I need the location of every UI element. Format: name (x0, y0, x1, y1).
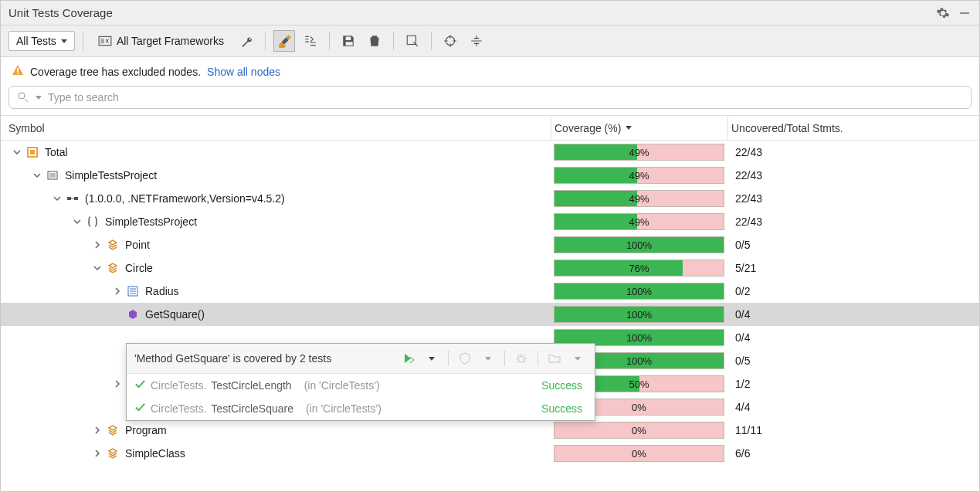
coverage-cell: 49% (551, 164, 727, 187)
search-input[interactable] (48, 91, 963, 103)
tree-row[interactable]: (1.0.0.0, .NETFramework,Version=v4.5.2)4… (1, 187, 979, 210)
wrench-icon[interactable] (236, 30, 257, 52)
target-icon[interactable] (439, 30, 461, 52)
tree-row[interactable]: Point100%0/5 (1, 233, 979, 256)
project-icon (46, 169, 59, 182)
coverage-pct: 0% (632, 402, 646, 413)
chevron-down-icon[interactable] (32, 171, 42, 179)
chevron-right-icon[interactable] (112, 287, 123, 295)
chevron-down-icon (61, 39, 67, 43)
show-all-nodes-link[interactable]: Show all nodes (207, 66, 280, 78)
trash-icon[interactable] (364, 30, 385, 52)
run-icon[interactable] (399, 350, 418, 367)
expand-icon[interactable] (300, 30, 321, 52)
uncovered-cell: 6/6 (727, 447, 979, 460)
search-box[interactable] (8, 86, 972, 109)
minimize-icon[interactable] (958, 6, 972, 20)
window-header: Unit Tests Coverage (1, 1, 979, 25)
svg-rect-11 (49, 173, 56, 178)
toolbar-separator (329, 32, 330, 50)
coverage-cell: 0% (551, 442, 727, 465)
chevron-right-icon[interactable] (92, 241, 103, 249)
frameworks-button[interactable]: All Target Frameworks (91, 31, 231, 51)
popup-title: 'Method GetSquare' is covered by 2 tests (134, 352, 395, 365)
sort-desc-icon (626, 126, 632, 130)
node-label: Program (125, 424, 167, 436)
toolbar-separator (83, 32, 83, 50)
uncovered-cell: 22/43 (727, 146, 979, 158)
class-icon (106, 447, 119, 460)
window-title: Unit Tests Coverage (8, 6, 936, 19)
coverage-pct: 100% (626, 286, 652, 297)
test-status: Success (541, 402, 582, 415)
chevron-right-icon[interactable] (92, 450, 103, 457)
covering-tests-popup: 'Method GetSquare' is covered by 2 tests… (126, 343, 595, 421)
test-location: (in 'CircleTests') (306, 402, 381, 415)
tree-row[interactable]: SimpleClass0%6/6 (1, 442, 979, 465)
tree-row[interactable]: Radius100%0/2 (1, 280, 979, 303)
tree-row[interactable]: SimpleTestsProject49%22/43 (1, 164, 979, 187)
uncovered-cell: 1/2 (727, 378, 979, 390)
test-name: TestCircleSquare (211, 402, 293, 415)
gear-icon[interactable] (936, 6, 950, 20)
test-class: CircleTests. (151, 379, 206, 392)
test-row[interactable]: CircleTests.TestCircleLength(in 'CircleT… (127, 374, 595, 397)
tree-row[interactable]: SimpleTestsProject49%22/43 (1, 210, 979, 233)
symbol-cell: Circle (1, 262, 551, 275)
tree-row[interactable]: Program0%11/11 (1, 419, 979, 442)
column-coverage[interactable]: Coverage (%) (551, 116, 727, 140)
coverage-pct: 100% (626, 355, 652, 367)
namespace-icon (86, 215, 99, 229)
uncovered-cell: 22/43 (727, 192, 979, 205)
save-icon[interactable] (337, 30, 359, 52)
symbol-cell (1, 331, 551, 344)
coverage-cell: 100% (551, 303, 727, 326)
svg-rect-0 (960, 12, 969, 14)
table-header: Symbol Coverage (%) Uncovered/Total Stmt… (1, 115, 979, 141)
chevron-right-icon[interactable] (92, 426, 103, 434)
test-row[interactable]: CircleTests.TestCircleSquare(in 'CircleT… (127, 397, 595, 420)
symbol-cell: Radius (1, 285, 551, 298)
toolbar: All Tests All Target Frameworks (1, 25, 979, 57)
chevron-right-icon[interactable] (112, 380, 123, 388)
tree-row[interactable]: Total49%22/43 (1, 141, 979, 164)
node-label: GetSquare() (145, 308, 205, 321)
node-label: SimpleTestsProject (65, 169, 157, 182)
node-label: (1.0.0.0, .NETFramework,Version=v4.5.2) (85, 192, 285, 205)
tree-row[interactable]: Circle76%5/21 (1, 256, 979, 280)
uncovered-cell: 22/43 (727, 169, 979, 182)
all-tests-dropdown[interactable]: All Tests (8, 31, 75, 51)
svg-rect-5 (17, 73, 19, 74)
uncovered-cell: 0/4 (727, 331, 979, 344)
nav-icon[interactable] (402, 30, 423, 52)
chevron-down-icon[interactable] (52, 195, 63, 202)
coverage-cell: 0% (551, 419, 727, 442)
hotspot-icon[interactable] (466, 30, 487, 52)
column-symbol[interactable]: Symbol (1, 122, 551, 134)
tree-row[interactable]: GetSquare()100%0/4 (1, 303, 979, 326)
test-status: Success (541, 379, 582, 392)
shield-icon[interactable] (456, 350, 474, 367)
bug-icon[interactable] (512, 350, 531, 367)
chevron-down-icon[interactable] (568, 350, 587, 367)
symbol-cell: SimpleTestsProject (1, 169, 551, 182)
class-icon (106, 239, 119, 252)
warning-icon (12, 64, 24, 79)
coverage-pct: 49% (629, 216, 649, 228)
chevron-down-icon[interactable] (92, 264, 103, 272)
symbol-cell: Program (1, 424, 551, 437)
chevron-down-icon[interactable] (12, 148, 22, 156)
uncovered-cell: 5/21 (727, 262, 979, 274)
highlight-icon[interactable] (273, 30, 295, 52)
column-uncovered[interactable]: Uncovered/Total Stmts. (727, 116, 979, 140)
folder-icon[interactable] (545, 350, 564, 367)
symbol-cell: (1.0.0.0, .NETFramework,Version=v4.5.2) (1, 192, 551, 205)
chevron-down-icon[interactable] (36, 96, 42, 100)
chevron-down-icon[interactable] (422, 350, 441, 367)
chevron-down-icon[interactable] (72, 218, 83, 226)
node-label: Circle (125, 262, 153, 274)
class-icon (106, 262, 119, 275)
node-label: SimpleClass (125, 447, 185, 460)
chevron-down-icon[interactable] (479, 350, 497, 367)
test-class: CircleTests. (151, 402, 206, 415)
